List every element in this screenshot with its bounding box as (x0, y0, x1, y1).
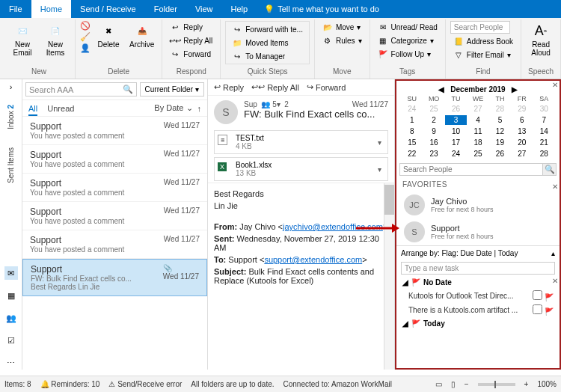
flag-icon[interactable]: 🚩 (545, 293, 554, 301)
prev-month-icon[interactable]: ◀ (438, 85, 444, 94)
cal-day[interactable]: 24 (401, 104, 423, 114)
forward-button[interactable]: ↪Forward (167, 48, 215, 60)
message-item[interactable]: Support You have posted a comment Wed 11… (22, 202, 207, 230)
new-email-button[interactable]: ✉️New Email (7, 21, 37, 58)
cal-day[interactable]: 26 (445, 104, 467, 114)
delete-button[interactable]: ✖Delete (94, 21, 123, 50)
expand-icon[interactable]: › (10, 82, 13, 91)
calendar-nav-icon[interactable]: ▦ (4, 289, 18, 302)
people-search-input[interactable] (400, 164, 542, 175)
tab-help[interactable]: Help (222, 0, 257, 18)
flag-icon[interactable]: 🚩 (545, 307, 554, 316)
cal-day[interactable]: 25 (467, 149, 488, 159)
favorite-person[interactable]: S SupportFree for next 8 hours (396, 218, 560, 245)
move-button[interactable]: 📂Move▾ (319, 21, 365, 33)
cal-day[interactable]: 16 (423, 138, 444, 147)
search-icon[interactable]: 🔍 (542, 164, 556, 175)
calendar-grid[interactable]: SUMOTUWETHFRSA24252627282930123456789101… (401, 95, 555, 159)
tab-send-receive[interactable]: Send / Receive (71, 0, 145, 18)
chevron-down-icon[interactable]: ▾ (375, 165, 384, 174)
view-reading-icon[interactable]: ▯ (451, 380, 456, 388)
new-task-input[interactable]: Type a new task (401, 262, 555, 275)
categorize-button[interactable]: ▦Categorize▾ (375, 34, 441, 46)
read-reply[interactable]: ↩Reply (214, 82, 244, 92)
rules-button[interactable]: ⚙Rules▾ (319, 34, 365, 46)
mail-nav-icon[interactable]: ✉ (4, 266, 18, 280)
cal-day[interactable]: 8 (401, 126, 423, 136)
qs-forward[interactable]: ↪Forward with te... (229, 23, 306, 35)
new-items-button[interactable]: 📄New Items (40, 21, 70, 58)
message-item[interactable]: Support You have posted a comment Wed 11… (22, 145, 207, 174)
filter-email-button[interactable]: ▽Filter Email▾ (450, 49, 516, 61)
qs-moved[interactable]: 📁Moved Items (229, 37, 306, 49)
filter-all[interactable]: All (28, 104, 37, 116)
nav-sent[interactable]: Sent Items (7, 143, 15, 188)
zoom-slider[interactable] (494, 381, 496, 388)
close-icon[interactable]: ✕ (552, 277, 558, 285)
cal-day[interactable]: 18 (467, 138, 488, 147)
message-item[interactable]: Support You have posted a comment Wed 11… (22, 230, 207, 259)
followup-button[interactable]: 🚩Follow Up▾ (375, 48, 441, 60)
task-group[interactable]: ◢🚩 No Date (396, 276, 560, 289)
cal-day[interactable]: 21 (533, 138, 555, 147)
tab-view[interactable]: View (186, 0, 222, 18)
cal-day[interactable]: 22 (401, 149, 423, 159)
cal-day[interactable]: 23 (423, 149, 444, 159)
cal-day[interactable]: 28 (533, 149, 555, 159)
chevron-up-icon[interactable]: ▴ (551, 249, 555, 257)
cal-day[interactable]: 9 (423, 126, 444, 136)
cal-day[interactable]: 3 (445, 115, 467, 125)
status-error[interactable]: ⚠ Send/Receive error (108, 380, 182, 388)
message-item[interactable]: Support You have posted a comment Wed 11… (22, 117, 207, 145)
cal-day[interactable]: 17 (445, 138, 467, 147)
cal-day[interactable]: 20 (511, 138, 533, 147)
cal-day[interactable]: 4 (467, 115, 488, 125)
cal-day[interactable]: 25 (423, 104, 444, 114)
tasks-header[interactable]: Arrange by: Flag: Due Date | Today ▴ (396, 245, 560, 260)
task-group[interactable]: ◢🚩 Today (396, 317, 560, 330)
cal-day[interactable]: 12 (489, 126, 511, 136)
sort-direction-icon[interactable]: ↑ (197, 104, 202, 113)
task-item[interactable]: There is a Kutools.com artifact ... 🚩 (396, 303, 560, 317)
attachment[interactable]: X Book1.xlsx13 KB ▾ (214, 157, 388, 181)
cal-day[interactable]: 19 (489, 138, 511, 147)
cal-day[interactable]: 30 (533, 104, 555, 114)
view-normal-icon[interactable]: ▭ (435, 380, 442, 388)
cleanup-icon[interactable]: 🧹 (80, 32, 91, 42)
qs-manager[interactable]: ↪To Manager (229, 50, 306, 62)
archive-button[interactable]: 📥Archive (126, 21, 157, 50)
cal-day[interactable]: 7 (533, 115, 555, 125)
tab-file[interactable]: File (0, 0, 31, 18)
search-scope-dropdown[interactable]: Current Folder▾ (140, 82, 204, 97)
chevron-down-icon[interactable]: ▾ (375, 138, 384, 147)
zoom-out-icon[interactable]: − (465, 380, 469, 388)
tab-folder[interactable]: Folder (145, 0, 186, 18)
zoom-in-icon[interactable]: + (524, 380, 529, 388)
cal-day[interactable]: 27 (511, 149, 533, 159)
task-item[interactable]: Kutools for Outlook Test Direc... 🚩 (396, 289, 560, 303)
search-input[interactable]: Search AAA🔍 (25, 82, 137, 97)
filter-unread[interactable]: Unread (47, 104, 74, 113)
read-aloud-button[interactable]: A»Read Aloud (526, 21, 556, 58)
cal-day[interactable]: 26 (489, 149, 511, 159)
nav-inbox[interactable]: Inbox 2 (7, 100, 15, 134)
cal-day[interactable]: 5 (489, 115, 511, 125)
next-month-icon[interactable]: ▶ (512, 85, 518, 94)
cal-day[interactable]: 10 (445, 126, 467, 136)
to-email-link[interactable]: support@extendoffice.com (264, 255, 362, 264)
junk-icon[interactable]: 👤 (80, 43, 91, 53)
ignore-icon[interactable]: 🚫 (80, 21, 91, 31)
more-nav-icon[interactable]: ⋯ (4, 356, 18, 370)
tab-home[interactable]: Home (31, 0, 71, 18)
favorite-person[interactable]: JC Jay ChivoFree for next 8 hours (396, 192, 560, 218)
tasks-nav-icon[interactable]: ☑ (4, 334, 18, 347)
cal-day[interactable]: 11 (467, 126, 488, 136)
cal-day[interactable]: 6 (511, 115, 533, 125)
cal-day[interactable]: 2 (423, 115, 444, 125)
cal-day[interactable]: 13 (511, 126, 533, 136)
reply-button[interactable]: ↩Reply (167, 21, 215, 33)
attachment[interactable]: ≡ TEST.txt4 KB ▾ (214, 130, 388, 154)
search-people-input[interactable]: Search People (450, 21, 510, 34)
cal-day[interactable]: 24 (445, 149, 467, 159)
close-icon[interactable]: ✕ (552, 81, 558, 89)
